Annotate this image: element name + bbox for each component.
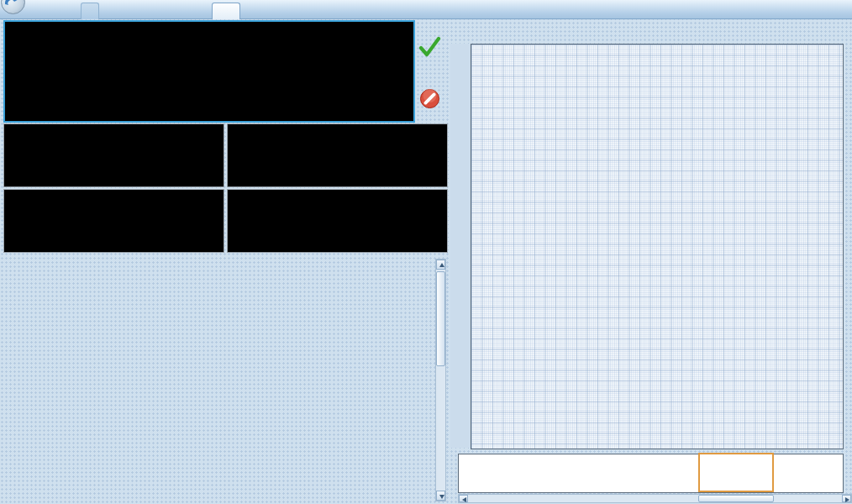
channel-panel-4[interactable] (227, 189, 448, 253)
channel-panel-3[interactable] (3, 189, 224, 253)
scroll-left-arrow[interactable] (459, 495, 468, 502)
close-icon[interactable] (225, 6, 235, 16)
reject-block-button[interactable] (419, 88, 440, 109)
app-logo[interactable] (1, 0, 25, 14)
rhythm-trace (459, 454, 841, 491)
tab-observe-record[interactable] (212, 3, 240, 19)
channel-trace (228, 190, 445, 250)
beat-annotation-row (0, 24, 852, 44)
scroll-right-arrow[interactable] (842, 495, 851, 502)
lead-label-gutter (450, 44, 471, 448)
channel-trace (228, 124, 445, 185)
channel-panel-1[interactable] (3, 123, 224, 187)
scroll-up-arrow[interactable] (436, 260, 445, 270)
ecg-horizontal-scrollbar[interactable] (458, 494, 852, 503)
rhythm-selection-box[interactable] (698, 453, 774, 492)
rhythm-strip[interactable] (458, 454, 844, 493)
scrollbar-thumb[interactable] (698, 495, 774, 502)
channel-trace (4, 190, 222, 250)
tab-bar (0, 0, 852, 19)
tab-record-management[interactable] (81, 3, 99, 19)
ecg-waveforms (471, 44, 842, 448)
scroll-down-arrow[interactable] (436, 491, 445, 501)
channel-panel-2[interactable] (227, 123, 448, 187)
holter-workstation: { "tabs": [ {"label": "记录管理", "active": … (0, 0, 852, 504)
scrollbar-thumb[interactable] (436, 271, 445, 366)
channel-trace (4, 124, 222, 185)
thumbnail-scrollbar[interactable] (435, 259, 446, 501)
